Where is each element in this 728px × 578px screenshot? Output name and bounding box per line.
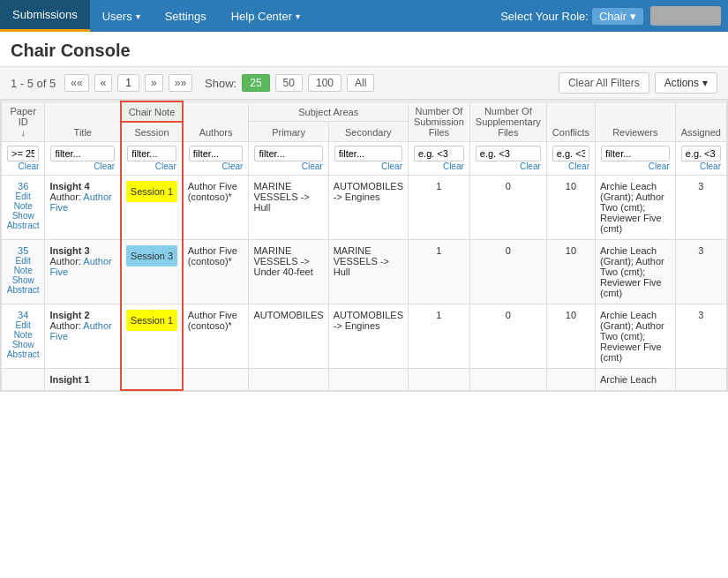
submission-files-36: 1 [408, 175, 469, 239]
primary-35: MARINE VESSELS -> Under 40-feet [249, 239, 328, 304]
reviewers-34: Archie Leach (Grant); Author Two (cmt); … [596, 304, 676, 368]
title-35: Insight 3 Author: Author Five [45, 239, 121, 304]
show-all-button[interactable]: All [347, 74, 374, 92]
show-abstract-36[interactable]: Show Abstract [6, 211, 40, 230]
paper-id-partial [2, 368, 45, 390]
edit-note-34[interactable]: Edit Note [6, 320, 40, 340]
paper-id-link-34[interactable]: 34 [6, 310, 40, 320]
secondary-34: AUTOMOBILES -> Engines [328, 304, 408, 368]
first-page-button[interactable]: «« [64, 74, 88, 92]
filter-primary-input[interactable] [254, 146, 322, 161]
filter-row: Clear Clear Clear Clear Clear [2, 141, 727, 175]
filter-authors-clear[interactable]: Clear [189, 161, 244, 171]
primary-partial [249, 368, 328, 390]
paper-id-35: 35 Edit Note Show Abstract [2, 239, 45, 304]
filter-reviewers: Clear [596, 141, 676, 175]
assigned-34: 3 [675, 304, 726, 368]
filter-primary-clear[interactable]: Clear [254, 161, 322, 171]
title-partial: Insight 1 [45, 368, 121, 390]
th-chair-note: Chair Note [121, 101, 183, 122]
nav-users[interactable]: Users ▾ [90, 0, 153, 32]
actions-dropdown-arrow: ▾ [702, 77, 708, 89]
show-50-button[interactable]: 50 [275, 74, 303, 92]
filter-conflicts-clear[interactable]: Clear [552, 161, 589, 171]
session-34: Session 1 [121, 304, 183, 368]
edit-note-35[interactable]: Edit Note [6, 256, 40, 275]
paper-id-34: 34 Edit Note Show Abstract [2, 304, 45, 368]
filter-assigned-input[interactable] [681, 146, 721, 161]
nav-settings[interactable]: Settings [153, 0, 219, 32]
th-subject-areas: Subject Areas [249, 101, 409, 122]
filter-secondary: Clear [328, 141, 408, 175]
table-row: 36 Edit Note Show Abstract Insight 4 Aut… [2, 175, 727, 239]
secondary-partial [328, 368, 408, 390]
th-secondary: Secondary [328, 122, 408, 141]
filter-supplementary-files-clear[interactable]: Clear [476, 161, 541, 171]
show-label: Show: [205, 77, 236, 90]
show-abstract-34[interactable]: Show Abstract [6, 340, 40, 359]
next-page-button[interactable]: » [145, 74, 163, 92]
submission-files-34: 1 [408, 304, 469, 368]
authors-partial [183, 368, 249, 390]
filter-secondary-input[interactable] [334, 146, 402, 161]
actions-button[interactable]: Actions ▾ [655, 72, 717, 94]
secondary-35: MARINE VESSELS -> Hull [328, 239, 408, 304]
show-25-button[interactable]: 25 [242, 74, 269, 92]
th-supplementary-files: Number Of Supplementary Files [469, 101, 546, 141]
th-paper-id[interactable]: Paper ID ↓ [2, 101, 45, 141]
filter-authors: Clear [183, 141, 249, 175]
filter-submission-files-clear[interactable]: Clear [414, 161, 464, 171]
filter-title-clear[interactable]: Clear [50, 161, 115, 171]
paper-id-link-36[interactable]: 36 [6, 181, 40, 191]
filter-conflicts-input[interactable] [552, 146, 589, 161]
show-100-button[interactable]: 100 [308, 74, 341, 92]
title-34: Insight 2 Author: Author Five [45, 304, 121, 368]
help-dropdown-arrow: ▾ [296, 11, 300, 21]
filter-assigned-clear[interactable]: Clear [681, 161, 721, 171]
conflicts-34: 10 [546, 304, 595, 368]
session-badge-35: Session 3 [126, 245, 177, 266]
edit-note-36[interactable]: Edit Note [6, 191, 40, 211]
paper-id-link-35[interactable]: 35 [6, 245, 40, 256]
filter-supplementary-files-input[interactable] [476, 146, 541, 161]
filter-reviewers-clear[interactable]: Clear [601, 161, 670, 171]
filter-secondary-clear[interactable]: Clear [334, 161, 402, 171]
secondary-36: AUTOMOBILES -> Engines [328, 175, 408, 239]
user-avatar [650, 6, 721, 26]
conflicts-partial [546, 368, 595, 390]
filter-title-input[interactable] [50, 146, 115, 161]
filter-submission-files: Clear [408, 141, 469, 175]
nav-submissions[interactable]: Submissions [0, 0, 90, 32]
filter-submission-files-input[interactable] [414, 146, 464, 161]
filter-conflicts: Clear [546, 141, 595, 175]
th-submission-files: Number Of Submission Files [408, 101, 469, 141]
authors-34: Author Five (contoso)* [183, 304, 249, 368]
reviewers-partial: Archie Leach [596, 368, 676, 390]
filter-authors-input[interactable] [189, 146, 244, 161]
prev-page-button[interactable]: « [94, 74, 113, 92]
last-page-button[interactable]: »» [169, 74, 192, 92]
filter-assigned: Clear [675, 141, 726, 175]
authors-36: Author Five (contoso)* [183, 175, 249, 239]
filter-title: Clear [45, 141, 121, 175]
clear-filters-button[interactable]: Clear All Filters [559, 72, 649, 94]
th-title: Title [45, 101, 121, 141]
filter-paper-id-input[interactable] [7, 146, 39, 161]
session-partial [121, 368, 183, 390]
users-dropdown-arrow: ▾ [136, 11, 140, 21]
role-badge[interactable]: Chair ▾ [592, 8, 643, 25]
filter-chair-note-input[interactable] [127, 146, 176, 161]
th-reviewers: Reviewers [596, 101, 676, 141]
nav-help-center[interactable]: Help Center ▾ [219, 0, 312, 32]
th-authors: Authors [183, 101, 249, 141]
th-session: Session [121, 122, 183, 141]
session-36: Session 1 [121, 175, 183, 239]
supplementary-files-34: 0 [469, 304, 546, 368]
filter-chair-note-clear[interactable]: Clear [127, 161, 176, 171]
filter-reviewers-input[interactable] [601, 146, 670, 161]
show-abstract-35[interactable]: Show Abstract [6, 275, 40, 295]
session-35: Session 3 [121, 239, 183, 304]
filter-paper-id-clear[interactable]: Clear [7, 161, 39, 171]
role-dropdown-arrow: ▾ [630, 10, 636, 23]
filter-paper-id: Clear [2, 141, 45, 175]
